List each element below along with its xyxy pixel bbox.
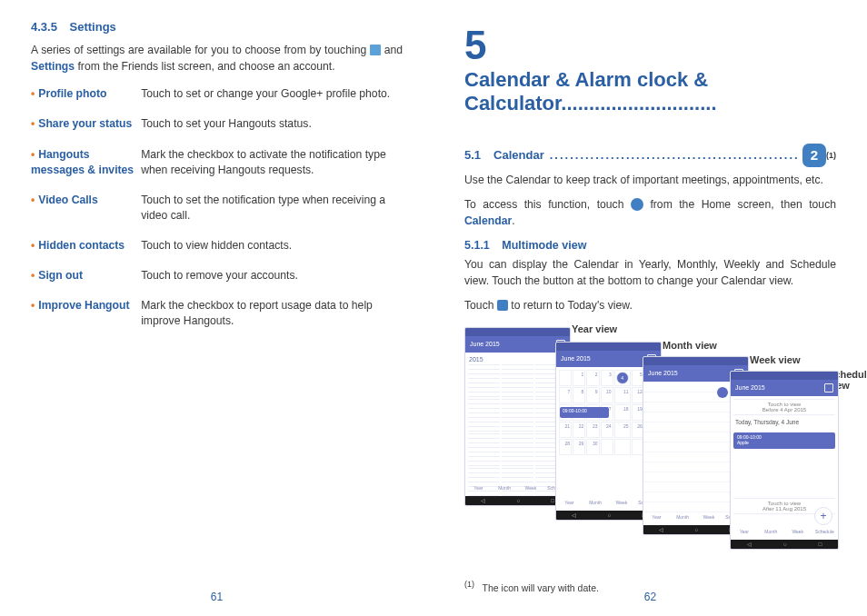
page-62: 5 Calendar & Alarm clock & Calculator...… bbox=[434, 0, 867, 616]
settings-row: •Hangoutsmessages & invitesMark the chec… bbox=[31, 144, 403, 181]
settings-bold: Settings bbox=[31, 60, 75, 73]
label-week: Week view bbox=[750, 354, 800, 365]
two-page-spread: 4.3.5 Settings A series of settings are … bbox=[0, 0, 867, 616]
footnote-mark: (1) bbox=[464, 580, 474, 589]
label-month: Month view bbox=[663, 340, 717, 351]
label-year: Year view bbox=[572, 323, 617, 334]
settings-row: •Improve HangoutMark the checkbox to rep… bbox=[31, 295, 403, 332]
settings-row: •Share your statusTouch to set your Hang… bbox=[31, 114, 403, 134]
sub-title: Multimode view bbox=[502, 239, 586, 252]
today-outline-icon bbox=[824, 383, 833, 392]
settings-table: •Profile photoTouch to set or change you… bbox=[31, 84, 403, 341]
today-hint: Touch to return to Today's view. bbox=[464, 298, 836, 314]
section-number: 4.3.5 bbox=[31, 20, 57, 34]
today-icon bbox=[497, 300, 508, 311]
menu-icon bbox=[370, 45, 381, 55]
calendar-access: To access this function, touch from the … bbox=[464, 197, 836, 229]
settings-row: •Sign outTouch to remove your accounts. bbox=[31, 265, 403, 286]
subsection-5-1-1: 5.1.1 Multimode view bbox=[464, 239, 836, 252]
chapter-title: Calendar & Alarm clock & Calculator.....… bbox=[464, 68, 836, 116]
chapter-number: 5 bbox=[464, 25, 486, 65]
settings-row: •Hidden contactsTouch to view hidden con… bbox=[31, 235, 403, 256]
screenshot-cascade: Year view Month view Week view Schedule … bbox=[464, 323, 836, 532]
apps-icon bbox=[631, 198, 643, 211]
section-5-1: 5.1 Calendar ...........................… bbox=[464, 144, 836, 167]
sec51-number: 5.1 bbox=[464, 148, 481, 162]
section-title: Settings bbox=[70, 20, 116, 34]
footnote-ref: (1) bbox=[826, 151, 836, 160]
leader-dots: ........................................… bbox=[550, 148, 797, 162]
settings-intro: A series of settings are available for y… bbox=[31, 43, 403, 75]
calendar-app-icon: 2 bbox=[802, 144, 826, 167]
section-heading: 4.3.5 Settings bbox=[31, 20, 403, 34]
sub-number: 5.1.1 bbox=[464, 239, 490, 252]
settings-row: •Video CallsTouch to set the notificatio… bbox=[31, 190, 403, 226]
fab-add-icon: + bbox=[814, 507, 832, 525]
page-number-right: 62 bbox=[434, 591, 867, 603]
multimode-desc: You can display the Calendar in Yearly, … bbox=[464, 257, 836, 289]
sec51-title: Calendar bbox=[493, 148, 544, 162]
settings-row: •Profile photoTouch to set or change you… bbox=[31, 84, 403, 104]
chapter-heading: 5 Calendar & Alarm clock & Calculator...… bbox=[464, 25, 836, 116]
screenshot-schedule: June 2015 Touch to viewBefore 4 Apr 2015… bbox=[730, 371, 839, 550]
page-number-left: 61 bbox=[0, 591, 434, 603]
calendar-intro: Use the Calendar to keep track of import… bbox=[464, 173, 836, 189]
page-61: 4.3.5 Settings A series of settings are … bbox=[0, 0, 434, 616]
